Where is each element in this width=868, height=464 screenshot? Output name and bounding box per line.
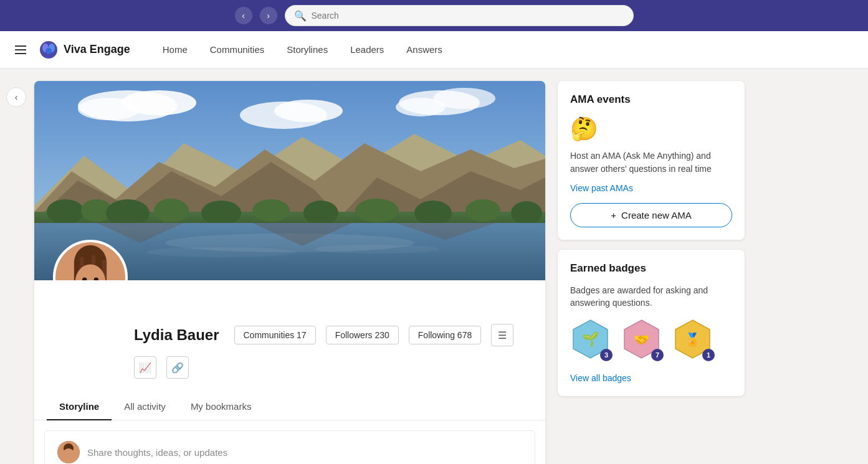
earned-badges-card: Earned badges Badges are awarded for ask…	[558, 250, 745, 396]
viva-engage-logo-icon	[39, 40, 59, 60]
profile-name: Lydia Bauer	[134, 326, 219, 344]
create-ama-plus-icon: +	[611, 210, 616, 220]
tab-my-bookmarks[interactable]: My bookmarks	[178, 394, 264, 420]
hamburger-button[interactable]	[12, 43, 29, 57]
badge-item-1[interactable]: 🌱 3	[570, 319, 614, 362]
svg-point-12	[396, 98, 446, 116]
nav-home[interactable]: Home	[153, 39, 198, 60]
share-placeholder-text: Share thoughts, ideas, or updates	[87, 447, 227, 458]
svg-point-32	[315, 245, 439, 253]
svg-point-7	[78, 98, 140, 120]
right-sidebar: AMA events 🤔 Host an AMA (Ask Me Anythin…	[558, 81, 745, 464]
svg-point-28	[511, 201, 542, 225]
badge-count-2: 7	[651, 349, 664, 361]
svg-point-18	[47, 199, 84, 224]
ama-description: Host an AMA (Ask Me Anything) and answer…	[570, 149, 732, 176]
stats-chart-icon-btn[interactable]: 📈	[134, 356, 156, 379]
svg-point-3	[45, 48, 52, 54]
badge-count-3: 1	[702, 349, 715, 361]
tab-all-activity[interactable]: All activity	[112, 394, 178, 420]
avatar[interactable]	[53, 240, 128, 280]
nav-communities[interactable]: Communities	[200, 39, 275, 60]
profile-info: Lydia Bauer Communities 17 Followers 230…	[34, 280, 545, 391]
main-nav: Home Communities Storylines Leaders Answ…	[153, 39, 452, 60]
profile-view-icon-btn[interactable]: ☰	[491, 324, 513, 346]
badge-count-1: 3	[600, 349, 613, 361]
app-header: Viva Engage Home Communities Storylines …	[0, 31, 868, 69]
link-icon: 🔗	[171, 362, 184, 374]
svg-point-20	[106, 199, 150, 227]
nav-storylines[interactable]: Storylines	[277, 39, 338, 60]
profile-view-icon: ☰	[498, 329, 507, 341]
badge-item-2[interactable]: 🤝 7	[621, 319, 665, 362]
svg-point-24	[303, 201, 338, 225]
following-stat[interactable]: Following 678	[409, 326, 481, 344]
badges-description: Badges are awarded for asking and answer…	[570, 285, 732, 309]
cover-image	[34, 81, 545, 280]
svg-point-54	[62, 448, 75, 461]
view-past-amas-link[interactable]: View past AMAs	[570, 183, 732, 193]
app-logo: Viva Engage	[39, 40, 130, 60]
badges-row: 🌱 3 🤝 7 🏅	[570, 319, 732, 362]
svg-point-9	[274, 100, 343, 122]
communities-stat[interactable]: Communities 17	[234, 326, 316, 344]
svg-point-25	[355, 199, 399, 222]
profile-area: Lydia Bauer Communities 17 Followers 230…	[34, 81, 545, 464]
forward-button[interactable]: ›	[260, 7, 277, 24]
badge-item-3[interactable]: 🏅 1	[672, 319, 716, 362]
followers-stat[interactable]: Followers 230	[326, 326, 399, 344]
profile-tabs: Storyline All activity My bookmarks	[34, 394, 545, 420]
svg-point-22	[201, 201, 241, 225]
svg-point-23	[252, 199, 290, 222]
browser-bar: ‹ › 🔍	[0, 0, 868, 31]
nav-answers[interactable]: Answers	[396, 39, 452, 60]
tab-storyline[interactable]: Storyline	[47, 394, 112, 420]
browser-search-bar: 🔍	[285, 5, 634, 26]
ama-emoji: 🤔	[570, 116, 732, 142]
svg-text:🏅: 🏅	[685, 332, 700, 347]
svg-point-26	[414, 201, 452, 225]
create-new-ama-button[interactable]: + Create new AMA	[570, 203, 732, 227]
main-content: ‹	[0, 69, 868, 464]
svg-text:🌱: 🌱	[582, 331, 599, 348]
svg-point-27	[465, 199, 500, 222]
share-avatar	[57, 441, 80, 463]
link-icon-btn[interactable]: 🔗	[166, 356, 189, 379]
create-ama-label: Create new AMA	[621, 210, 692, 220]
share-post-area[interactable]: Share thoughts, ideas, or updates	[44, 430, 535, 464]
stats-chart-icon: 📈	[139, 362, 151, 374]
back-button[interactable]: ‹	[235, 7, 252, 24]
avatar-container	[53, 240, 128, 280]
ama-events-card: AMA events 🤔 Host an AMA (Ask Me Anythin…	[558, 81, 745, 240]
view-all-badges-link[interactable]: View all badges	[570, 373, 631, 383]
svg-point-31	[146, 247, 296, 257]
profile-card: Lydia Bauer Communities 17 Followers 230…	[34, 81, 545, 464]
nav-leaders[interactable]: Leaders	[340, 39, 394, 60]
browser-search-input[interactable]	[312, 11, 624, 21]
collapse-sidebar-button[interactable]: ‹	[6, 87, 26, 107]
avatar-image	[55, 242, 125, 280]
earned-badges-title: Earned badges	[570, 262, 732, 275]
search-icon: 🔍	[294, 10, 307, 22]
svg-point-21	[154, 199, 189, 222]
share-avatar-image	[57, 441, 80, 463]
svg-text:🤝: 🤝	[634, 332, 649, 347]
ama-events-title: AMA events	[570, 93, 732, 106]
app-name: Viva Engage	[64, 43, 130, 56]
